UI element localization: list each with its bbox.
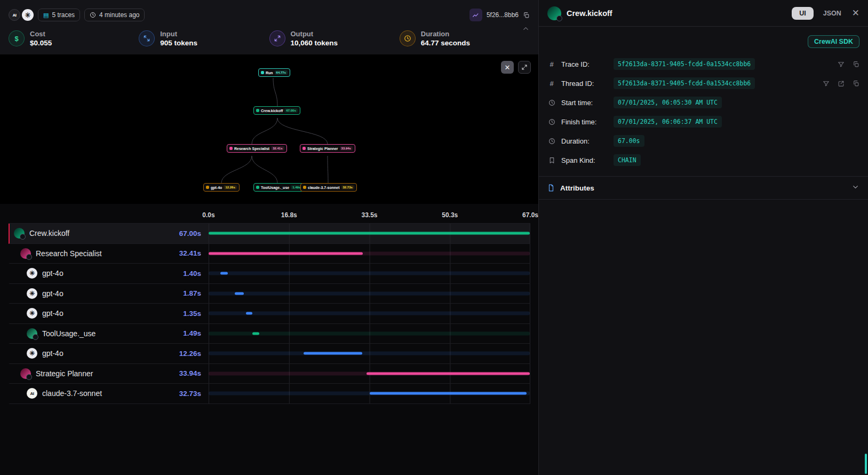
node-color-dot (229, 147, 233, 150)
timeline-row[interactable]: ToolUsage._use1.49s (9, 324, 530, 344)
detail-label: Start time: (561, 99, 608, 107)
timeline-row[interactable]: Strategic Planner33.94s (9, 364, 530, 384)
detail-label: Trace ID: (561, 60, 608, 68)
timeline-bar[interactable] (235, 292, 244, 295)
detail-value[interactable]: CHAIN (614, 154, 641, 166)
span-graph[interactable]: ✕ Run 64.77s Crew.kickoff 67.00s Researc… (0, 54, 538, 204)
graph-node-toolusage[interactable]: ToolUsage._use 1.49s (253, 183, 305, 192)
span-name: claude-3.7-sonnet (42, 389, 102, 398)
timeline-bar[interactable] (220, 272, 227, 275)
copy-icon[interactable] (853, 80, 859, 87)
span-duration: 32.41s (179, 249, 209, 257)
timeline-bar-area (209, 364, 530, 384)
graph-node-duration-chip: 32.41s (271, 146, 284, 151)
axis-tick-label: 0.0s (202, 211, 214, 219)
timeline-row[interactable]: ✳gpt-4o1.35s (9, 304, 530, 324)
timeline-rows: Crew.kickoff67.00sResearch Specialist32.… (9, 223, 530, 404)
span-name: gpt-4o (42, 269, 63, 278)
openai-icon: ✳ (27, 348, 37, 359)
copy-icon[interactable] (853, 61, 859, 68)
span-duration: 32.73s (179, 390, 209, 398)
timeline-bar[interactable] (246, 312, 252, 315)
stat-label: Output (291, 30, 338, 38)
span-name: Crew.kickoff (29, 229, 69, 238)
details-list: #Trace ID:5f2613da-8371-9405-fcdd-0a1534… (539, 54, 868, 170)
anthropic-logo-icon: AI (9, 9, 20, 21)
traces-count-label: 5 traces (52, 11, 75, 19)
detail-value[interactable]: 07/01/2025, 06:05:30 AM UTC (614, 97, 722, 108)
graph-node-duration-chip: 64.77s (275, 70, 288, 75)
node-color-dot (303, 186, 306, 189)
detail-value[interactable]: 5f2613da-8371-9405-fcdd-0a1534cc8bb6 (614, 58, 755, 70)
detail-actions (838, 61, 859, 68)
span-duration: 67.00s (179, 229, 209, 238)
clock-icon (90, 12, 96, 18)
crewai-sdk-badge[interactable]: CrewAI SDK (808, 35, 859, 48)
timeline-row[interactable]: Crew.kickoff67.00s (9, 224, 530, 244)
detail-actions (823, 80, 859, 87)
axis-tick-label: 67.0s (522, 211, 538, 219)
span-name: Strategic Planner (36, 369, 93, 378)
layers-icon: ▤ (43, 12, 49, 19)
timeline-bar-area (209, 384, 530, 403)
stat-value: 64.77 seconds (421, 39, 470, 47)
timeline-bar[interactable] (209, 252, 363, 255)
detail-value[interactable]: 5f2613da-8371-9405-fcdd-0a1534cc8bb6 (614, 77, 755, 89)
span-duration: 33.94s (179, 369, 209, 377)
detail-value[interactable]: 07/01/2025, 06:06:37 AM UTC (614, 116, 722, 128)
stat-output: Output 10,060 tokens (269, 30, 400, 47)
tab-json[interactable]: JSON (819, 7, 846, 20)
filter-icon[interactable] (823, 80, 830, 87)
graph-node-strategic-planner[interactable]: Strategic Planner 33.94s (300, 144, 355, 153)
trace-summary-card: AI ✳ ▤ 5 traces 4 minutes ago 5f26...8bb… (0, 0, 538, 54)
timeline-bar-track (209, 352, 530, 355)
attributes-section-toggle[interactable]: Attributes (539, 176, 868, 200)
graph-close-button[interactable]: ✕ (501, 61, 514, 74)
span-name: Research Specialist (36, 249, 102, 258)
timeline-row[interactable]: AIclaude-3.7-sonnet32.73s (9, 384, 530, 404)
graph-node-label: Strategic Planner (307, 147, 338, 151)
graph-node-duration-chip: 32.73s (341, 185, 354, 189)
external-icon[interactable] (838, 80, 845, 87)
scrollbar-thumb[interactable] (865, 454, 867, 474)
timeline-bar-area (209, 304, 530, 323)
timeline-bar[interactable] (304, 352, 362, 355)
copy-icon[interactable] (523, 12, 530, 19)
timeline-bar[interactable] (209, 232, 530, 235)
timeline-row[interactable]: ✳gpt-4o12.26s (9, 344, 530, 364)
openai-icon: ✳ (27, 268, 37, 279)
timeline-bar-area (209, 344, 530, 363)
graph-node-research-specialist[interactable]: Research Specialist 32.41s (227, 144, 287, 153)
trace-main-panel: AI ✳ ▤ 5 traces 4 minutes ago 5f26...8bb… (0, 0, 539, 475)
stats-row: $ Cost $0.055 Input 905 tokens (9, 25, 530, 54)
chevron-down-icon[interactable] (851, 183, 859, 193)
tab-ui[interactable]: UI (792, 7, 814, 20)
traces-count-badge[interactable]: ▤ 5 traces (38, 9, 80, 21)
timeline-row[interactable]: ✳gpt-4o1.40s (9, 264, 530, 284)
timeline-bar[interactable] (252, 332, 259, 335)
timeline-bar[interactable] (367, 372, 530, 375)
node-color-dot (206, 186, 209, 189)
graph-node-claude[interactable]: claude-3.7-sonnet 32.73s (300, 183, 357, 192)
stat-duration: Duration 64.77 seconds (400, 30, 530, 47)
trend-chart-button[interactable] (469, 9, 482, 21)
stat-label: Duration (421, 30, 470, 38)
stat-value: 10,060 tokens (291, 39, 338, 47)
attributes-label: Attributes (560, 184, 594, 192)
detail-value[interactable]: 67.00s (614, 135, 644, 147)
graph-node-run[interactable]: Run 64.77s (258, 68, 290, 77)
timeline-row[interactable]: Research Specialist32.41s (9, 244, 530, 264)
time-ago-label: 4 minutes ago (99, 11, 139, 19)
graph-node-label: Crew.kickoff (261, 109, 283, 113)
chevron-up-icon[interactable] (522, 25, 530, 35)
graph-node-gpt-4o[interactable]: gpt-4o 12.26s (203, 183, 240, 192)
graph-expand-button[interactable] (518, 61, 531, 74)
timeline-bar[interactable] (370, 392, 527, 395)
graph-node-label: Research Specialist (234, 147, 269, 151)
timeline-row[interactable]: ✳gpt-4o1.87s (9, 284, 530, 304)
graph-node-label: gpt-4o (211, 186, 222, 189)
graph-node-crew-kickoff[interactable]: Crew.kickoff 67.00s (253, 106, 300, 115)
close-icon[interactable]: ✕ (852, 7, 859, 19)
axis-tick-label: 50.3s (442, 211, 458, 219)
filter-icon[interactable] (838, 61, 845, 68)
